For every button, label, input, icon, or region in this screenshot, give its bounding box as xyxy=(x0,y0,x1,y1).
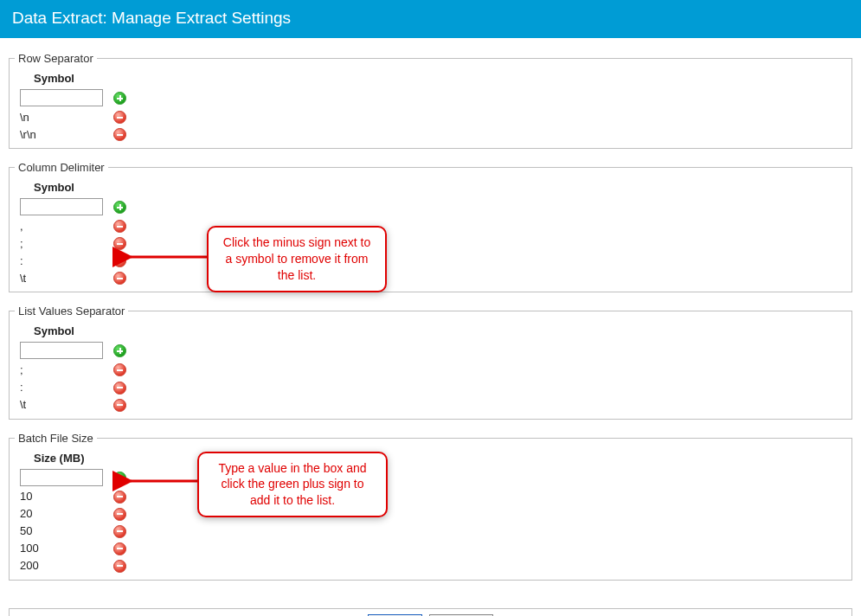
batch-file-size-legend: Batch File Size xyxy=(15,432,97,445)
remove-icon[interactable] xyxy=(113,542,126,555)
remove-icon[interactable] xyxy=(113,382,126,395)
remove-icon[interactable] xyxy=(113,128,126,141)
footer-bar: Save Cancel xyxy=(9,608,852,616)
remove-icon[interactable] xyxy=(113,111,126,124)
callout-remove: Click the minus sign next to a symbol to… xyxy=(207,226,387,292)
row-separator-input[interactable] xyxy=(20,89,103,106)
remove-icon[interactable] xyxy=(113,272,126,285)
list-item: 50 xyxy=(15,523,108,540)
column-delimiter-input[interactable] xyxy=(20,198,103,215)
column-delimiter-legend: Column Delimiter xyxy=(15,161,108,174)
row-separator-legend: Row Separator xyxy=(15,52,97,65)
batch-file-size-section: Batch File Size Size (MB) 10 20 50 xyxy=(9,432,852,581)
list-item: : xyxy=(15,252,108,269)
add-icon[interactable] xyxy=(113,201,126,214)
list-item: \n xyxy=(15,108,108,125)
list-values-separator-section: List Values Separator Symbol ; : \t xyxy=(9,305,852,419)
list-item: ; xyxy=(15,234,108,252)
column-delimiter-header: Symbol xyxy=(15,179,108,196)
add-icon[interactable] xyxy=(113,344,126,357)
list-item: \t xyxy=(15,396,108,414)
remove-icon[interactable] xyxy=(113,491,126,504)
remove-icon[interactable] xyxy=(113,525,126,538)
remove-icon[interactable] xyxy=(113,220,126,233)
list-item: \r\n xyxy=(15,125,108,143)
remove-icon[interactable] xyxy=(113,508,126,521)
remove-icon[interactable] xyxy=(113,254,126,267)
remove-icon[interactable] xyxy=(113,237,126,250)
list-item: 20 xyxy=(15,505,108,523)
remove-icon[interactable] xyxy=(113,560,126,573)
list-item: , xyxy=(15,217,108,234)
row-separator-header: Symbol xyxy=(15,70,108,87)
add-icon[interactable] xyxy=(113,92,126,105)
callout-add: Type a value in the box and click the gr… xyxy=(197,452,388,518)
list-item: 200 xyxy=(15,557,108,574)
list-item: 10 xyxy=(15,488,108,505)
list-item: ; xyxy=(15,361,108,378)
remove-icon[interactable] xyxy=(113,399,126,412)
list-item: 100 xyxy=(15,540,108,557)
list-values-separator-legend: List Values Separator xyxy=(15,305,128,318)
remove-icon[interactable] xyxy=(113,363,126,376)
list-values-separator-header: Symbol xyxy=(15,323,108,340)
list-item: : xyxy=(15,378,108,395)
batch-file-size-input[interactable] xyxy=(20,469,103,486)
list-values-separator-input[interactable] xyxy=(20,342,103,359)
batch-file-size-header: Size (MB) xyxy=(15,450,108,467)
row-separator-section: Row Separator Symbol \n \r\n xyxy=(9,52,852,149)
add-icon[interactable] xyxy=(113,472,126,484)
list-item: \t xyxy=(15,269,108,286)
page-title: Data Extract: Manage Extract Settings xyxy=(0,0,861,38)
column-delimiter-section: Column Delimiter Symbol , ; : xyxy=(9,161,852,292)
